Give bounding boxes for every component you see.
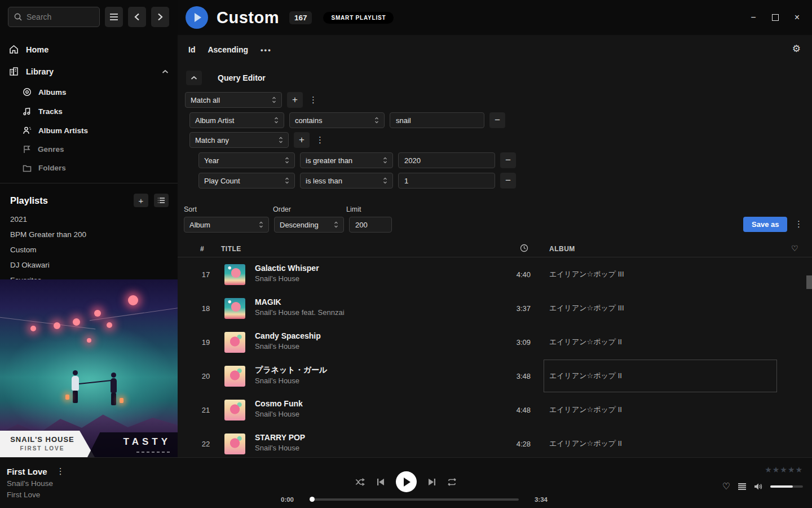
- track-artist[interactable]: Snail's House: [255, 410, 299, 418]
- rule-value-input[interactable]: [398, 173, 495, 189]
- table-row[interactable]: 17 Galactic WhisperSnail's House 4:40 エイ…: [178, 257, 812, 291]
- match-type-select[interactable]: Match any: [189, 132, 289, 148]
- track-artist[interactable]: Snail's House: [255, 274, 299, 283]
- progress-thumb[interactable]: [310, 497, 315, 502]
- menu-button[interactable]: [105, 7, 123, 27]
- rule-value-input[interactable]: [390, 112, 484, 128]
- play-playlist-button[interactable]: [186, 6, 208, 29]
- sidebar-item-home[interactable]: Home: [0, 38, 178, 60]
- rule-field-select[interactable]: Play Count: [198, 173, 295, 189]
- track-artist[interactable]: Snail's House: [255, 376, 299, 385]
- track-title[interactable]: Cosmo Funk: [255, 399, 303, 408]
- track-title[interactable]: Candy Spaceship: [255, 331, 321, 340]
- sidebar-item-genres[interactable]: Genres: [0, 140, 178, 159]
- save-options-button[interactable]: ⋮: [793, 219, 804, 229]
- rule-operator-select[interactable]: is greater than: [300, 152, 393, 168]
- track-album[interactable]: エイリアン☆ポップ II: [549, 337, 622, 347]
- add-rule-button[interactable]: +: [287, 92, 303, 108]
- nav-forward-button[interactable]: [151, 7, 169, 27]
- track-album[interactable]: エイリアン☆ポップ II: [549, 371, 622, 381]
- match-type-select[interactable]: Match all: [185, 92, 282, 108]
- playlist-list-button[interactable]: [154, 194, 169, 207]
- track-artist[interactable]: Snail's House feat. Sennzai: [255, 308, 345, 317]
- track-title[interactable]: MAGIK: [255, 297, 281, 306]
- track-title[interactable]: STARRY POP: [255, 433, 305, 442]
- create-playlist-button[interactable]: +: [134, 194, 148, 207]
- sidebar-item-tracks[interactable]: Tracks: [0, 102, 178, 121]
- repeat-button[interactable]: [447, 478, 457, 486]
- sidebar-item-albums[interactable]: Albums: [0, 82, 178, 102]
- more-options-icon[interactable]: •••: [261, 46, 272, 54]
- rating-stars[interactable]: ★★★★★: [722, 465, 803, 474]
- column-header-album[interactable]: ALBUM: [549, 245, 575, 253]
- now-playing-title[interactable]: First Love: [7, 467, 47, 476]
- previous-button[interactable]: [377, 478, 385, 486]
- group-options-button[interactable]: ⋮: [315, 135, 325, 145]
- settings-gear-button[interactable]: ⚙: [792, 43, 801, 55]
- shuffle-button[interactable]: [355, 478, 365, 486]
- table-row[interactable]: 19 Candy SpaceshipSnail's House 3:09 エイリ…: [178, 325, 812, 359]
- sidebar-item-library[interactable]: Library: [0, 60, 178, 82]
- remove-rule-button[interactable]: −: [489, 112, 505, 128]
- window-minimize-button[interactable]: −: [751, 13, 756, 22]
- track-artist[interactable]: Snail's House: [255, 342, 299, 351]
- table-row[interactable]: 18 MAGIKSnail's House feat. Sennzai 3:37…: [178, 291, 812, 325]
- table-row[interactable]: 21 Cosmo FunkSnail's House 4:48 エイリアン☆ポッ…: [178, 393, 812, 427]
- track-album[interactable]: エイリアン☆ポップ III: [549, 269, 624, 279]
- playlist-item[interactable]: 2021: [0, 212, 178, 227]
- album-art-thumbnail[interactable]: [224, 433, 245, 454]
- favorite-button[interactable]: ♡: [722, 481, 730, 492]
- track-artist[interactable]: Snail's House: [255, 444, 299, 452]
- track-album[interactable]: エイリアン☆ポップ II: [549, 405, 622, 415]
- volume-slider[interactable]: [770, 485, 803, 488]
- query-editor-collapse-button[interactable]: [186, 71, 202, 85]
- chevron-up-icon[interactable]: [162, 69, 169, 74]
- progress-bar[interactable]: [310, 498, 519, 501]
- now-playing-album[interactable]: First Love: [7, 491, 66, 499]
- order-select[interactable]: Descending: [274, 217, 344, 233]
- rule-field-select[interactable]: Album Artist: [189, 112, 284, 128]
- next-button[interactable]: [428, 478, 436, 486]
- volume-button[interactable]: [754, 483, 763, 491]
- window-maximize-button[interactable]: [772, 14, 779, 21]
- now-playing-cover-art[interactable]: SNAIL'S HOUSE FIRST LOVE TASTY: [0, 279, 178, 457]
- rule-value-input[interactable]: [398, 152, 495, 168]
- track-album[interactable]: エイリアン☆ポップ III: [549, 303, 624, 313]
- column-header-index[interactable]: #: [200, 245, 204, 253]
- album-art-thumbnail[interactable]: [224, 298, 245, 319]
- now-playing-artist[interactable]: Snail's House: [7, 479, 66, 488]
- sort-select[interactable]: Album: [184, 217, 269, 233]
- duration-clock-icon[interactable]: [520, 244, 528, 252]
- remove-rule-button[interactable]: −: [500, 173, 516, 189]
- window-close-button[interactable]: ×: [795, 13, 800, 22]
- playlist-item[interactable]: Custom: [0, 242, 178, 257]
- sort-direction-button[interactable]: Ascending: [208, 45, 248, 54]
- nav-back-button[interactable]: [128, 7, 146, 27]
- favorite-heart-icon[interactable]: ♡: [791, 244, 798, 253]
- rule-operator-select[interactable]: is less than: [300, 173, 393, 189]
- save-as-button[interactable]: Save as: [743, 217, 787, 232]
- add-rule-button[interactable]: +: [294, 132, 310, 148]
- playlist-item[interactable]: DJ Okawari: [0, 257, 178, 273]
- table-row[interactable]: 22 STARRY POPSnail's House 4:28 エイリアン☆ポッ…: [178, 427, 812, 457]
- table-row[interactable]: 20 プラネット・ガールSnail's House 3:48 エイリアン☆ポップ…: [178, 359, 812, 393]
- queue-button[interactable]: [738, 483, 747, 491]
- sidebar-item-folders[interactable]: Folders: [0, 159, 178, 177]
- track-title[interactable]: プラネット・ガール: [255, 365, 327, 374]
- sidebar-item-album-artists[interactable]: Album Artists: [0, 121, 178, 140]
- album-art-thumbnail[interactable]: [224, 400, 245, 421]
- remove-rule-button[interactable]: −: [500, 152, 516, 168]
- album-art-thumbnail[interactable]: [224, 332, 245, 353]
- column-header-title[interactable]: TITLE: [221, 245, 241, 253]
- sort-field-button[interactable]: Id: [188, 45, 195, 54]
- scrollbar-thumb[interactable]: [806, 275, 812, 289]
- album-art-thumbnail[interactable]: [224, 366, 245, 387]
- now-playing-options-button[interactable]: ⋮: [55, 466, 66, 476]
- rule-operator-select[interactable]: contains: [289, 112, 385, 128]
- group-options-button[interactable]: ⋮: [308, 95, 319, 105]
- play-pause-button[interactable]: [396, 471, 417, 492]
- playlist-item[interactable]: BPM Greater than 200: [0, 227, 178, 242]
- limit-input[interactable]: [349, 217, 392, 233]
- rule-field-select[interactable]: Year: [198, 152, 295, 168]
- album-art-thumbnail[interactable]: [224, 264, 245, 285]
